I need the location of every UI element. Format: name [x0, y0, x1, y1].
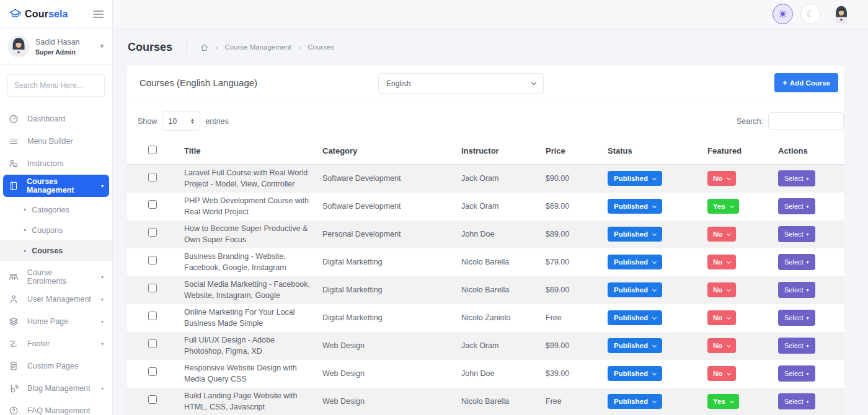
dark-theme-toggle[interactable]: ☾ [800, 4, 821, 24]
featured-dropdown-button[interactable]: No [707, 338, 736, 353]
sidebar-item-course-enrolments[interactable]: Course Enrolments ▾ [0, 266, 112, 288]
status-dropdown-button[interactable]: Published [608, 338, 662, 353]
select-all-checkbox[interactable] [148, 146, 157, 154]
table-row: Online Marketing For Your Local Business… [127, 304, 844, 332]
light-theme-toggle[interactable] [773, 4, 793, 24]
actions-select-button[interactable]: Select▾ [778, 226, 815, 242]
column-header-title[interactable]: Title [178, 139, 316, 165]
table-row: Business Branding - Website, Facebook, G… [127, 248, 844, 276]
entries-per-page-select[interactable]: 10 ▲▼ [162, 111, 200, 131]
column-header-instructor[interactable]: Instructor [455, 139, 539, 165]
featured-dropdown-button[interactable]: No [707, 282, 736, 297]
row-checkbox[interactable] [148, 367, 157, 376]
bullet-icon: • [24, 226, 26, 235]
course-category: Software Development [316, 193, 455, 221]
featured-dropdown-button[interactable]: No [707, 227, 736, 242]
chevron-down-icon: ▾ [807, 343, 809, 349]
status-dropdown-button[interactable]: Published [608, 171, 662, 186]
sidebar-nav: Dashboard ▾ Menu Builder ▾ Instructors ▾… [0, 103, 112, 415]
column-header-actions[interactable]: Actions [772, 139, 844, 165]
row-checkbox[interactable] [148, 284, 157, 292]
sidebar-subitem-categories[interactable]: • Categories [0, 199, 112, 220]
row-checkbox[interactable] [148, 395, 157, 404]
profile-block[interactable]: Sadid Hasan Super Admin ▼ [0, 28, 112, 65]
column-header-price[interactable]: Price [539, 139, 601, 165]
featured-dropdown-button[interactable]: No [707, 310, 736, 325]
dashboard-icon [9, 114, 19, 124]
status-dropdown-button[interactable]: Published [608, 282, 662, 297]
course-title: Build Landing Page Website with HTML, CS… [178, 388, 316, 415]
chevron-down-icon: ▾ [807, 399, 809, 404]
sidebar-toggle-icon[interactable] [93, 11, 104, 18]
featured-dropdown-button[interactable]: Yes [707, 199, 739, 214]
sidebar-item-menu-builder[interactable]: Menu Builder ▾ [0, 130, 112, 152]
course-instructor: Nicolo Zaniolo [455, 304, 539, 332]
course-price: $69.00 [539, 276, 601, 304]
sidebar-item-dashboard[interactable]: Dashboard ▾ [0, 108, 112, 130]
up-down-arrows-icon: ▲▼ [190, 118, 194, 124]
user-avatar[interactable] [831, 4, 852, 25]
actions-select-button[interactable]: Select▾ [778, 170, 815, 186]
chevron-down-icon[interactable]: ▼ [99, 43, 105, 50]
status-dropdown-button[interactable]: Published [608, 394, 662, 409]
column-header-status[interactable]: Status [601, 139, 701, 165]
sidebar-subitem-courses[interactable]: • Courses [0, 240, 112, 261]
chevron-down-icon: ▾ [807, 176, 809, 181]
featured-dropdown-button[interactable]: No [707, 255, 736, 269]
sidebar-item-custom-pages[interactable]: Custom Pages ▾ [0, 355, 112, 377]
logo-text-accent: sela [48, 9, 68, 19]
status-dropdown-button[interactable]: Published [608, 199, 662, 214]
actions-select-button[interactable]: Select▾ [778, 254, 815, 270]
row-checkbox[interactable] [148, 173, 157, 181]
row-checkbox[interactable] [148, 339, 157, 348]
actions-select-button[interactable]: Select▾ [778, 310, 815, 326]
featured-dropdown-button[interactable]: No [707, 366, 736, 381]
chevron-down-icon [652, 287, 657, 291]
profile-name: Sadid Hasan [35, 38, 80, 46]
search-label: Search: [737, 117, 763, 126]
table-search-input[interactable] [768, 112, 844, 130]
actions-select-button[interactable]: Select▾ [778, 282, 815, 298]
sidebar-item-footer[interactable]: Footer ▾ [0, 333, 112, 355]
add-course-button[interactable]: + Add Course [774, 73, 838, 92]
sidebar-item-user-management[interactable]: User Management ▾ [0, 288, 112, 310]
breadcrumb-course-management[interactable]: Course Management [224, 43, 291, 51]
column-header-category[interactable]: Category [316, 139, 455, 165]
featured-dropdown-button[interactable]: No [707, 171, 736, 186]
page-title: Courses [128, 41, 187, 54]
actions-select-button[interactable]: Select▾ [778, 198, 815, 214]
chevron-down-icon [727, 315, 731, 319]
row-checkbox[interactable] [148, 312, 157, 320]
actions-select-button[interactable]: Select▾ [778, 338, 815, 354]
app-logo[interactable]: Coursela [9, 7, 68, 20]
course-price: $69.00 [539, 193, 601, 221]
sidebar-item-instructors[interactable]: Instructors ▾ [0, 152, 112, 175]
featured-dropdown-button[interactable]: Yes [707, 394, 739, 409]
chevron-down-icon [652, 259, 657, 263]
status-dropdown-button[interactable]: Published [608, 255, 662, 269]
table-row: Full UI/UX Design - Adobe Photoshop, Fig… [127, 332, 844, 360]
sidebar-item-home-page[interactable]: Home Page ▾ [0, 310, 112, 333]
actions-select-button[interactable]: Select▾ [778, 393, 815, 409]
sidebar-item-faq-management[interactable]: FAQ Management ▾ [0, 400, 112, 415]
status-dropdown-button[interactable]: Published [608, 366, 662, 381]
sidebar-item-courses-management[interactable]: Courses Management ▾ [3, 175, 109, 197]
home-icon[interactable] [200, 43, 208, 51]
course-instructor: Nicolo Barella [455, 248, 539, 276]
course-category: Digital Marketting [316, 248, 455, 276]
sidebar-item-blog-management[interactable]: Blog Management ▾ [0, 377, 112, 400]
row-checkbox[interactable] [148, 228, 157, 237]
row-checkbox[interactable] [148, 256, 157, 264]
bullet-icon: • [24, 206, 26, 214]
status-dropdown-button[interactable]: Published [608, 310, 662, 325]
course-price: Free [539, 304, 601, 332]
column-header-featured[interactable]: Featured [701, 139, 772, 165]
table-row: How to Become Super Productive & Own Sup… [127, 221, 844, 248]
row-checkbox[interactable] [148, 200, 157, 209]
actions-select-button[interactable]: Select▾ [778, 365, 815, 382]
menu-search-input[interactable] [7, 74, 105, 97]
sidebar-subitem-coupons[interactable]: • Coupons [0, 220, 112, 240]
chevron-down-icon: ▾ [807, 260, 809, 265]
language-select[interactable]: English [378, 73, 544, 94]
status-dropdown-button[interactable]: Published [608, 227, 662, 242]
